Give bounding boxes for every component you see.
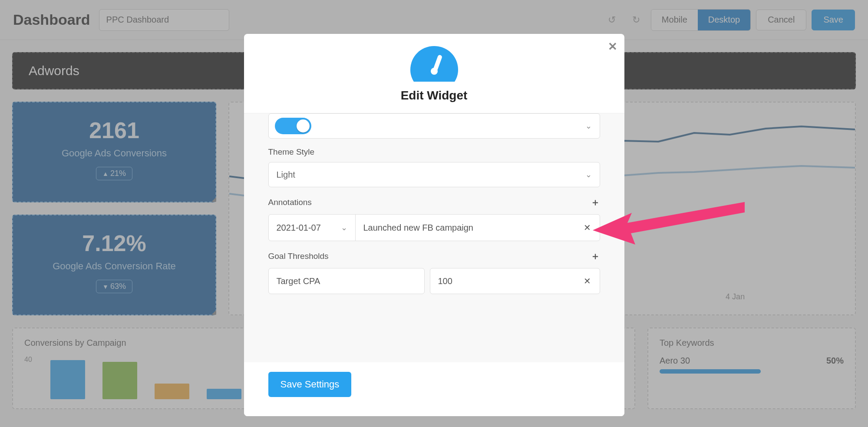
svg-point-1 xyxy=(431,68,438,75)
goal-name-input[interactable] xyxy=(269,268,424,294)
goal-value-input[interactable] xyxy=(430,268,575,294)
goal-thresholds-label: Goal Thresholds xyxy=(268,252,329,261)
plus-icon: ＋ xyxy=(591,251,600,261)
annotations-label: Annotations xyxy=(268,198,312,207)
plus-icon: ＋ xyxy=(591,197,600,208)
modal-footer: Save Settings xyxy=(244,362,624,416)
annotation-row: 2021-01-07 ⌄ ✕ xyxy=(268,214,600,241)
remove-annotation-button[interactable]: ✕ xyxy=(575,215,600,241)
close-icon: ✕ xyxy=(608,40,617,53)
annotation-text-input[interactable] xyxy=(356,215,575,241)
close-icon: ✕ xyxy=(584,222,591,233)
toggle-knob-icon xyxy=(297,119,310,132)
modal-header: Edit Widget xyxy=(244,34,624,113)
toggle-pill[interactable] xyxy=(275,118,311,134)
modal-overlay: ✕ Edit Widget ⌄ Theme Style xyxy=(0,0,868,427)
annotation-date-value: 2021-01-07 xyxy=(277,223,321,233)
close-button[interactable]: ✕ xyxy=(608,40,617,53)
chevron-down-icon: ⌄ xyxy=(585,121,592,131)
annotation-date-picker[interactable]: 2021-01-07 ⌄ xyxy=(269,215,356,241)
remove-goal-button[interactable]: ✕ xyxy=(575,276,600,286)
chevron-down-icon: ⌄ xyxy=(585,170,592,179)
save-settings-button[interactable]: Save Settings xyxy=(268,372,352,397)
chevron-down-icon: ⌄ xyxy=(341,223,347,232)
theme-style-label: Theme Style xyxy=(268,147,600,157)
theme-style-value: Light xyxy=(277,170,295,180)
close-icon: ✕ xyxy=(584,276,591,286)
add-goal-button[interactable]: ＋ xyxy=(591,250,600,263)
add-annotation-button[interactable]: ＋ xyxy=(591,196,600,209)
modal-body[interactable]: ⌄ Theme Style Light ⌄ Annotations ＋ xyxy=(244,113,624,362)
gauge-icon xyxy=(410,46,458,82)
theme-style-select[interactable]: Light ⌄ xyxy=(268,162,600,187)
goal-row: ✕ xyxy=(268,268,600,294)
edit-widget-modal: ✕ Edit Widget ⌄ Theme Style xyxy=(244,34,624,416)
modal-title: Edit Widget xyxy=(253,89,616,103)
toggle-select[interactable]: ⌄ xyxy=(268,113,600,139)
